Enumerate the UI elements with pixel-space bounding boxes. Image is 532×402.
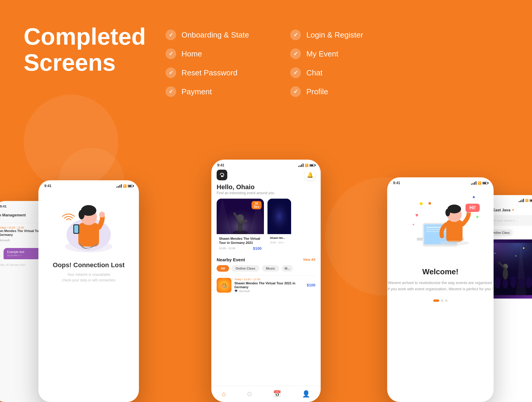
s4 xyxy=(303,163,304,167)
connection-lost-title: Oops! Connection Lost xyxy=(38,261,139,269)
s1 xyxy=(298,166,299,167)
view-all-link[interactable]: View All xyxy=(303,258,315,261)
event-card-shawn-2[interactable]: Shawn Me... 10.00 – 12.0... xyxy=(267,199,291,254)
battery-icon-5 xyxy=(530,199,532,202)
s3 xyxy=(522,200,523,202)
svg-point-40 xyxy=(439,241,469,245)
signal-icon-2 xyxy=(116,184,122,188)
logo-svg xyxy=(219,172,225,178)
svg-point-60 xyxy=(494,253,496,254)
nav-calendar[interactable]: 📅 xyxy=(273,390,281,398)
status-icons-2: 🛜 xyxy=(116,184,133,188)
signal-bar-2 xyxy=(118,186,119,188)
status-bar-2: 9:41 🛜 xyxy=(38,180,139,190)
nearby-title: Nearby Event xyxy=(217,257,245,262)
status-time-2: 9:41 xyxy=(44,184,51,188)
nav-profile[interactable]: 👤 xyxy=(302,390,310,398)
feature-payment: Payment xyxy=(166,86,249,97)
s1 xyxy=(519,201,520,202)
filter-online-tab[interactable]: Online Class xyxy=(231,265,259,272)
signal-bar-1 xyxy=(116,187,117,188)
nav-search[interactable]: ⊙ xyxy=(247,390,252,398)
svg-rect-37 xyxy=(473,196,475,198)
feature-label-home: Home xyxy=(181,49,202,59)
status-bar-4: 9:41 🛜 xyxy=(387,177,494,187)
s3 xyxy=(474,182,475,185)
svg-point-10 xyxy=(221,175,223,177)
connection-lost-desc: Your network is unavailable check your d… xyxy=(38,272,139,283)
wifi-icon-5: 🛜 xyxy=(525,199,528,202)
features-grid: Onboarding & State Login & Register Home… xyxy=(166,30,374,97)
s4 xyxy=(523,199,524,202)
feature-label-myevent: My Event xyxy=(306,49,338,59)
check-icon xyxy=(290,48,301,59)
feature-chat: Chat xyxy=(290,67,374,78)
filter-all-tab[interactable]: All xyxy=(217,265,229,272)
events-horizontal-scroll[interactable]: 02 Des Shawn Mendes The Virtual Tour in … xyxy=(211,199,321,254)
feature-label-onboarding: Onboarding & State xyxy=(181,30,249,40)
svg-rect-36 xyxy=(428,202,431,205)
feature-label-profile: Profile xyxy=(306,87,328,96)
svg-point-50 xyxy=(502,278,508,288)
svg-rect-26 xyxy=(446,220,463,242)
nav-home[interactable]: ⌂ xyxy=(222,390,226,398)
dot-1 xyxy=(433,299,439,302)
concert-svg-2 xyxy=(267,199,291,234)
nearby-event-org: 🖥️ Microsoft xyxy=(234,290,304,293)
event-time-price-1: 10.00 – 12.00 $100 xyxy=(219,246,262,251)
connection-lost-illustration xyxy=(56,193,121,258)
s1 xyxy=(471,184,472,185)
event-name-2: Shawn Me... xyxy=(270,236,289,240)
feature-reset: Reset Password xyxy=(166,67,249,78)
svg-text:Hi!: Hi! xyxy=(469,205,476,210)
svg-point-59 xyxy=(515,255,517,257)
phone3-app-header: 🔔 xyxy=(211,170,321,183)
feature-label-payment: Payment xyxy=(181,87,212,96)
svg-point-38 xyxy=(420,202,423,205)
wifi-icon-2: 🛜 xyxy=(123,184,126,188)
notification-button[interactable]: 🔔 xyxy=(305,170,315,180)
page-dots xyxy=(387,299,494,302)
nearby-event-price: $100 xyxy=(307,283,315,287)
check-icon xyxy=(290,67,301,78)
svg-point-8 xyxy=(99,212,105,218)
event-card-image-1: 02 Des xyxy=(217,199,264,234)
feature-onboarding: Onboarding & State xyxy=(166,30,249,40)
status-time-4: 9:41 xyxy=(393,181,400,185)
welcome-desc: Wevent arrived to revelutionize the way … xyxy=(387,280,494,292)
header-title-block: Completed Screens xyxy=(24,24,142,76)
event-org: Microsoft xyxy=(0,239,10,242)
filter-more-tab[interactable]: M... xyxy=(282,265,293,272)
phone1-title-block: o Management s xyxy=(0,213,26,221)
welcome-illustration: Hi! ♥ ♥ xyxy=(399,187,482,264)
svg-point-39 xyxy=(476,216,479,218)
nearby-event-item-1[interactable]: 🎊 Today • 10.00 – 12.00 Shawn Mendes The… xyxy=(217,275,315,295)
svg-text:♥: ♥ xyxy=(415,212,419,218)
filter-tabs: All Online Class Music M... xyxy=(217,265,315,272)
filter-music-tab[interactable]: Music xyxy=(262,265,279,272)
greeting-block: Hello, Ohaio Find an interesting event a… xyxy=(211,183,321,199)
svg-point-29 xyxy=(445,209,450,216)
check-icon xyxy=(166,67,176,78)
svg-rect-2 xyxy=(78,223,99,247)
feature-profile: Profile xyxy=(290,86,374,97)
s2 xyxy=(520,200,521,202)
nearby-header: Nearby Event View All xyxy=(217,257,315,262)
check-icon xyxy=(290,30,301,40)
wifi-icon-3: 🛜 xyxy=(305,164,308,167)
welcome-svg: Hi! ♥ ♥ xyxy=(399,187,482,264)
event-card-shawn-1[interactable]: 02 Des Shawn Mendes The Virtual Tour in … xyxy=(217,199,264,254)
svg-point-58 xyxy=(523,247,524,249)
svg-point-9 xyxy=(87,247,90,249)
event-time-1: 10.00 – 12.00 xyxy=(219,247,235,250)
svg-rect-7 xyxy=(74,225,78,233)
s2 xyxy=(300,165,301,167)
check-icon xyxy=(290,86,301,97)
feature-label-reset: Reset Password xyxy=(181,68,237,77)
phone-connection-lost: 9:41 🛜 xyxy=(38,180,139,402)
phones-container: 9:41 ▲ o Management s ⋮ Today • 10.00 - … xyxy=(0,112,532,402)
event-price-1: $100 xyxy=(253,246,262,251)
feature-label-chat: Chat xyxy=(306,68,322,77)
bottom-navigation: ⌂ ⊙ 📅 👤 xyxy=(211,386,321,402)
chat-text: Example text xyxy=(7,250,41,254)
